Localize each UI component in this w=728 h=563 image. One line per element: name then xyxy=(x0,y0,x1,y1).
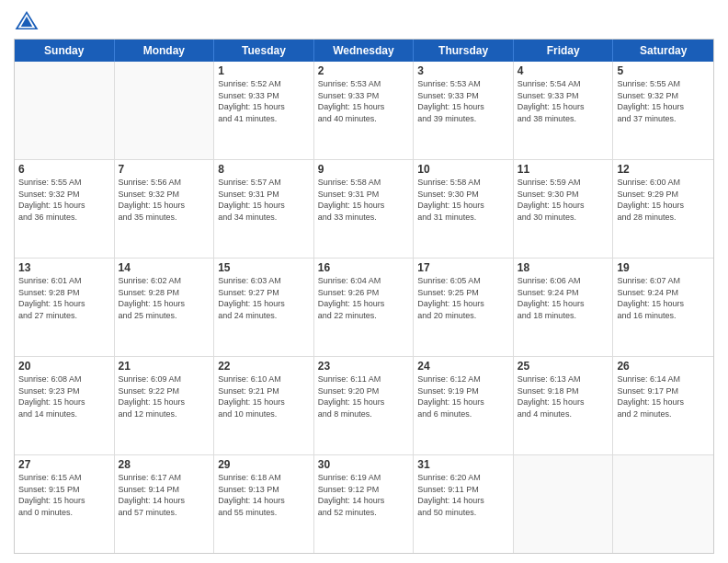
day-info: Sunrise: 6:17 AM Sunset: 9:14 PM Dayligh… xyxy=(119,472,210,518)
day-info: Sunrise: 6:01 AM Sunset: 9:28 PM Dayligh… xyxy=(18,275,110,321)
day-cell-20: 20Sunrise: 6:08 AM Sunset: 9:23 PM Dayli… xyxy=(15,357,115,454)
day-info: Sunrise: 6:00 AM Sunset: 9:29 PM Dayligh… xyxy=(617,177,710,223)
day-info: Sunrise: 5:56 AM Sunset: 9:32 PM Dayligh… xyxy=(119,177,210,223)
calendar: SundayMondayTuesdayWednesdayThursdayFrid… xyxy=(14,39,714,554)
empty-cell xyxy=(115,62,215,159)
week-row-5: 27Sunrise: 6:15 AM Sunset: 9:15 PM Dayli… xyxy=(15,455,713,553)
day-cell-31: 31Sunrise: 6:20 AM Sunset: 9:11 PM Dayli… xyxy=(414,455,514,553)
week-row-1: 1Sunrise: 5:52 AM Sunset: 9:33 PM Daylig… xyxy=(15,62,713,160)
header xyxy=(14,9,714,31)
day-number: 15 xyxy=(218,261,310,274)
week-row-3: 13Sunrise: 6:01 AM Sunset: 9:28 PM Dayli… xyxy=(15,259,713,357)
day-cell-11: 11Sunrise: 5:59 AM Sunset: 9:30 PM Dayli… xyxy=(514,160,614,258)
day-cell-12: 12Sunrise: 6:00 AM Sunset: 9:29 PM Dayli… xyxy=(613,160,713,258)
day-info: Sunrise: 6:11 AM Sunset: 9:20 PM Dayligh… xyxy=(318,373,410,419)
day-cell-26: 26Sunrise: 6:14 AM Sunset: 9:17 PM Dayli… xyxy=(613,357,713,454)
week-row-2: 6Sunrise: 5:55 AM Sunset: 9:32 PM Daylig… xyxy=(15,160,713,259)
day-info: Sunrise: 5:55 AM Sunset: 9:32 PM Dayligh… xyxy=(617,78,710,124)
day-info: Sunrise: 5:57 AM Sunset: 9:31 PM Dayligh… xyxy=(218,177,310,223)
day-number: 16 xyxy=(318,261,410,274)
day-number: 24 xyxy=(417,360,509,373)
day-number: 18 xyxy=(518,261,609,274)
day-info: Sunrise: 6:13 AM Sunset: 9:18 PM Dayligh… xyxy=(518,373,609,419)
day-number: 8 xyxy=(218,163,310,176)
day-cell-21: 21Sunrise: 6:09 AM Sunset: 9:22 PM Dayli… xyxy=(115,357,215,454)
day-info: Sunrise: 6:04 AM Sunset: 9:26 PM Dayligh… xyxy=(318,275,410,321)
header-day-tuesday: Tuesday xyxy=(214,40,314,62)
header-day-monday: Monday xyxy=(115,40,215,62)
day-number: 12 xyxy=(617,163,710,176)
day-number: 30 xyxy=(318,458,410,471)
logo xyxy=(14,9,43,31)
day-cell-4: 4Sunrise: 5:54 AM Sunset: 9:33 PM Daylig… xyxy=(514,62,614,159)
day-cell-25: 25Sunrise: 6:13 AM Sunset: 9:18 PM Dayli… xyxy=(514,357,614,454)
day-number: 11 xyxy=(518,163,609,176)
day-cell-29: 29Sunrise: 6:18 AM Sunset: 9:13 PM Dayli… xyxy=(214,455,314,553)
day-cell-13: 13Sunrise: 6:01 AM Sunset: 9:28 PM Dayli… xyxy=(15,259,115,356)
day-cell-23: 23Sunrise: 6:11 AM Sunset: 9:20 PM Dayli… xyxy=(314,357,415,454)
day-cell-17: 17Sunrise: 6:05 AM Sunset: 9:25 PM Dayli… xyxy=(414,259,514,356)
day-info: Sunrise: 5:53 AM Sunset: 9:33 PM Dayligh… xyxy=(318,78,410,124)
day-info: Sunrise: 6:09 AM Sunset: 9:22 PM Dayligh… xyxy=(119,373,210,419)
day-cell-24: 24Sunrise: 6:12 AM Sunset: 9:19 PM Dayli… xyxy=(414,357,514,454)
day-info: Sunrise: 6:14 AM Sunset: 9:17 PM Dayligh… xyxy=(617,373,710,419)
day-cell-10: 10Sunrise: 5:58 AM Sunset: 9:30 PM Dayli… xyxy=(414,160,514,258)
day-cell-18: 18Sunrise: 6:06 AM Sunset: 9:24 PM Dayli… xyxy=(514,259,614,356)
day-number: 31 xyxy=(417,458,509,471)
logo-icon xyxy=(14,9,40,31)
day-number: 25 xyxy=(518,360,609,373)
day-cell-27: 27Sunrise: 6:15 AM Sunset: 9:15 PM Dayli… xyxy=(15,455,115,553)
header-day-wednesday: Wednesday xyxy=(314,40,415,62)
page: SundayMondayTuesdayWednesdayThursdayFrid… xyxy=(0,0,728,563)
day-info: Sunrise: 5:58 AM Sunset: 9:30 PM Dayligh… xyxy=(417,177,509,223)
empty-cell xyxy=(514,455,614,553)
day-cell-19: 19Sunrise: 6:07 AM Sunset: 9:24 PM Dayli… xyxy=(613,259,713,356)
day-number: 14 xyxy=(119,261,210,274)
day-cell-28: 28Sunrise: 6:17 AM Sunset: 9:14 PM Dayli… xyxy=(115,455,215,553)
week-row-4: 20Sunrise: 6:08 AM Sunset: 9:23 PM Dayli… xyxy=(15,357,713,455)
day-cell-7: 7Sunrise: 5:56 AM Sunset: 9:32 PM Daylig… xyxy=(115,160,215,258)
day-number: 23 xyxy=(318,360,410,373)
header-day-saturday: Saturday xyxy=(613,40,713,62)
day-info: Sunrise: 6:06 AM Sunset: 9:24 PM Dayligh… xyxy=(518,275,609,321)
day-cell-9: 9Sunrise: 5:58 AM Sunset: 9:31 PM Daylig… xyxy=(314,160,415,258)
day-number: 26 xyxy=(617,360,710,373)
day-cell-8: 8Sunrise: 5:57 AM Sunset: 9:31 PM Daylig… xyxy=(214,160,314,258)
day-number: 22 xyxy=(218,360,310,373)
day-info: Sunrise: 6:15 AM Sunset: 9:15 PM Dayligh… xyxy=(18,472,110,518)
day-cell-16: 16Sunrise: 6:04 AM Sunset: 9:26 PM Dayli… xyxy=(314,259,415,356)
day-info: Sunrise: 6:03 AM Sunset: 9:27 PM Dayligh… xyxy=(218,275,310,321)
day-number: 17 xyxy=(417,261,509,274)
empty-cell xyxy=(613,455,713,553)
day-info: Sunrise: 5:52 AM Sunset: 9:33 PM Dayligh… xyxy=(218,78,310,124)
day-number: 5 xyxy=(617,64,710,77)
day-info: Sunrise: 6:08 AM Sunset: 9:23 PM Dayligh… xyxy=(18,373,110,419)
day-number: 3 xyxy=(417,64,509,77)
day-info: Sunrise: 5:55 AM Sunset: 9:32 PM Dayligh… xyxy=(18,177,110,223)
day-number: 20 xyxy=(18,360,110,373)
day-number: 13 xyxy=(18,261,110,274)
day-number: 27 xyxy=(18,458,110,471)
day-number: 1 xyxy=(218,64,310,77)
day-number: 6 xyxy=(18,163,110,176)
day-cell-15: 15Sunrise: 6:03 AM Sunset: 9:27 PM Dayli… xyxy=(214,259,314,356)
day-number: 28 xyxy=(119,458,210,471)
day-cell-30: 30Sunrise: 6:19 AM Sunset: 9:12 PM Dayli… xyxy=(314,455,415,553)
day-number: 2 xyxy=(318,64,410,77)
day-number: 21 xyxy=(119,360,210,373)
calendar-header: SundayMondayTuesdayWednesdayThursdayFrid… xyxy=(15,40,713,62)
day-info: Sunrise: 6:18 AM Sunset: 9:13 PM Dayligh… xyxy=(218,472,310,518)
day-number: 7 xyxy=(119,163,210,176)
day-cell-2: 2Sunrise: 5:53 AM Sunset: 9:33 PM Daylig… xyxy=(314,62,415,159)
day-cell-1: 1Sunrise: 5:52 AM Sunset: 9:33 PM Daylig… xyxy=(214,62,314,159)
header-day-friday: Friday xyxy=(514,40,614,62)
day-cell-5: 5Sunrise: 5:55 AM Sunset: 9:32 PM Daylig… xyxy=(613,62,713,159)
day-info: Sunrise: 6:05 AM Sunset: 9:25 PM Dayligh… xyxy=(417,275,509,321)
day-info: Sunrise: 6:12 AM Sunset: 9:19 PM Dayligh… xyxy=(417,373,509,419)
day-cell-14: 14Sunrise: 6:02 AM Sunset: 9:28 PM Dayli… xyxy=(115,259,215,356)
header-day-sunday: Sunday xyxy=(15,40,115,62)
day-cell-3: 3Sunrise: 5:53 AM Sunset: 9:33 PM Daylig… xyxy=(414,62,514,159)
day-number: 19 xyxy=(617,261,710,274)
day-info: Sunrise: 6:20 AM Sunset: 9:11 PM Dayligh… xyxy=(417,472,509,518)
day-number: 10 xyxy=(417,163,509,176)
